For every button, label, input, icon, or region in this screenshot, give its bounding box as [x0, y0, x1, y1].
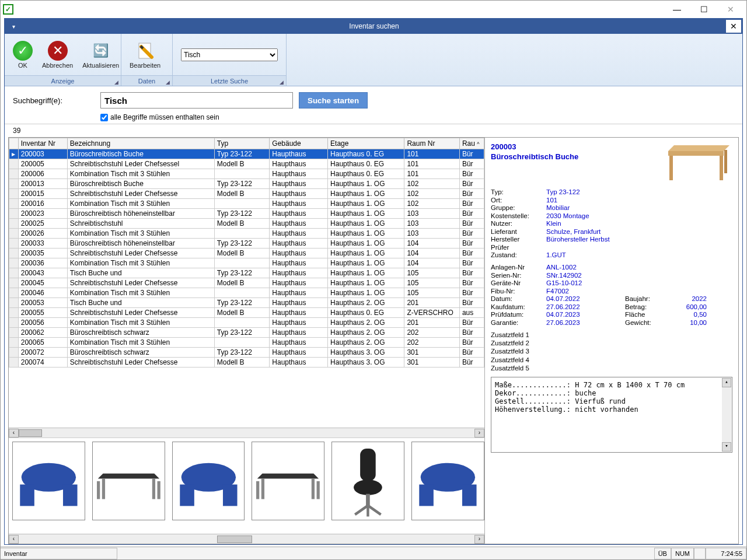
detail-memo[interactable]: Maße.............: H 72 cm x B 1400 x T …	[491, 377, 732, 453]
table-row[interactable]: ▸200003Büroschreibtisch BucheTyp 23-122H…	[9, 149, 484, 159]
col-header[interactable]: Rau ^	[459, 138, 484, 149]
thumbnail[interactable]	[411, 442, 484, 520]
grid-horizontal-scrollbar[interactable]: ‹ ›	[9, 428, 484, 438]
table-row[interactable]: 200005Schreibtischstuhl Leder Chefsessel…	[9, 159, 484, 169]
svg-marker-12	[257, 473, 319, 478]
svg-rect-6	[152, 478, 155, 499]
search-all-words-checkbox[interactable]: alle Begriffe müssen enthalten sein	[100, 113, 734, 121]
svg-rect-19	[366, 494, 370, 506]
table-row[interactable]: 200006Kombination Tisch mit 3 StühlenHau…	[9, 169, 484, 179]
refresh-button[interactable]: 🔄 Aktualisieren	[78, 38, 124, 71]
table-row[interactable]: 200062Büroschreibtisch schwarzTyp 23-122…	[9, 328, 484, 338]
col-header[interactable]: Typ	[214, 138, 270, 149]
svg-rect-13	[261, 478, 264, 499]
table-row[interactable]: 200074Schreibtischstuhl Leder ChefsesseM…	[9, 358, 484, 368]
thumbnail-strip	[9, 438, 484, 534]
close-button: ✕	[717, 1, 744, 18]
inner-close-button[interactable]: ✕	[726, 20, 741, 33]
svg-rect-2	[20, 485, 34, 506]
detail-pane: 200003 Büroschreibtisch Buche Typ:Typ 23…	[484, 138, 738, 544]
thumbnail[interactable]	[331, 442, 404, 520]
table-row[interactable]: 200025SchreibtischstuhlModell BHaupthaus…	[9, 219, 484, 229]
table-row[interactable]: 200016Kombination Tisch mit 3 StühlenHau…	[9, 199, 484, 209]
svg-rect-29	[720, 156, 723, 180]
svg-rect-24	[419, 485, 434, 506]
thumbs-scroll-right-icon[interactable]: ›	[474, 535, 484, 544]
cancel-button[interactable]: ✕ Abbrechen	[37, 38, 78, 71]
scroll-right-icon[interactable]: ›	[474, 429, 484, 438]
table-row[interactable]: 200053Tisch Buche undTyp 23-122Haupthaus…	[9, 298, 484, 308]
col-header[interactable]: Inventar Nr	[18, 138, 67, 149]
table-row[interactable]: 200035Schreibtischstuhl Leder ChefsesseM…	[9, 249, 484, 258]
results-table[interactable]: Inventar NrBezeichnungTypGebäudeEtageRau…	[9, 138, 484, 368]
ribbon: ✓ OK ✕ Abbrechen 🔄 Aktualisieren Anzeige…	[5, 34, 742, 86]
search-button[interactable]: Suche starten	[299, 92, 368, 108]
detail-id: 200003	[491, 142, 662, 151]
svg-rect-17	[360, 449, 376, 481]
svg-rect-25	[462, 485, 477, 506]
table-row[interactable]: 200046Kombination Tisch mit 3 StühlenHau…	[9, 288, 484, 298]
scroll-left-icon[interactable]: ‹	[9, 429, 19, 438]
thumbnail[interactable]	[12, 442, 85, 520]
table-row[interactable]: 200033Büroschreibtisch höheneinstellbarT…	[9, 239, 484, 249]
minimize-button[interactable]: —	[664, 1, 690, 18]
status-num: NUM	[671, 548, 694, 559]
status-empty	[694, 548, 706, 559]
inner-title: Inventar suchen	[22, 22, 726, 30]
detail-extra-fields: Zusatztfeld 1Zusatztfeld 2Zusatztfeld 3Z…	[491, 331, 732, 373]
maximize-button[interactable]: ☐	[690, 1, 717, 18]
table-row[interactable]: 200023Büroschreibtisch höheneinstellbarT…	[9, 209, 484, 219]
table-row[interactable]: 200043Tisch Buche undTyp 23-122Haupthaus…	[9, 268, 484, 278]
table-row[interactable]: 200015Schreibtischstuhl Leder ChefsesseM…	[9, 189, 484, 199]
table-row[interactable]: 200013Büroschreibtisch BucheTyp 23-122Ha…	[9, 179, 484, 189]
refresh-icon: 🔄	[91, 41, 111, 61]
thumbnail[interactable]	[92, 442, 165, 520]
thumbs-scroll-left-icon[interactable]: ‹	[9, 535, 19, 544]
svg-rect-28	[669, 156, 673, 180]
svg-rect-15	[257, 481, 260, 499]
thumbnail[interactable]	[252, 442, 324, 520]
col-header[interactable]: Gebäude	[270, 138, 328, 149]
svg-rect-7	[97, 481, 100, 499]
cancel-icon: ✕	[48, 41, 68, 61]
detail-fields: Typ:Typ 23-122Ort:101Gruppe:MobiliarKost…	[491, 188, 732, 326]
col-header[interactable]: Bezeichnung	[67, 138, 214, 149]
svg-rect-26	[668, 151, 724, 156]
memo-vertical-scrollbar[interactable]: ▴▾	[722, 378, 731, 452]
app-icon	[3, 4, 13, 15]
ribbon-group-data: Daten◢	[121, 75, 172, 86]
svg-line-21	[368, 506, 381, 515]
table-row[interactable]: 200055Schreibtischstuhl Leder ChefsesseM…	[9, 308, 484, 318]
svg-point-18	[354, 480, 382, 495]
edit-button[interactable]: Bearbeiten	[125, 38, 165, 71]
table-row[interactable]: 200065Kombination Tisch mit 3 StühlenHau…	[9, 338, 484, 348]
table-row[interactable]: 200045Schreibtischstuhl Leder ChefsesseM…	[9, 278, 484, 288]
detail-image	[662, 142, 732, 186]
table-row[interactable]: 200026Kombination Tisch mit 3 StühlenHau…	[9, 229, 484, 239]
ok-button[interactable]: ✓ OK	[8, 38, 37, 71]
edit-icon	[135, 41, 155, 61]
svg-rect-14	[312, 478, 315, 499]
search-all-words-input[interactable]	[100, 114, 108, 121]
svg-rect-10	[180, 485, 194, 506]
last-search-dropdown[interactable]: Tisch	[181, 48, 278, 61]
table-row[interactable]: 200056Kombination Tisch mit 3 StühlenHau…	[9, 318, 484, 328]
table-row[interactable]: 200036Kombination Tisch mit 3 StühlenHau…	[9, 258, 484, 268]
svg-rect-30	[724, 150, 727, 173]
thumbs-horizontal-scrollbar[interactable]: ‹ ›	[9, 534, 484, 544]
thumbnail[interactable]	[172, 442, 245, 520]
svg-marker-4	[98, 473, 159, 478]
col-header[interactable]: Etage	[328, 138, 404, 149]
inner-menu-icon[interactable]: ▾	[5, 23, 22, 30]
table-row[interactable]: 200072Büroschreibtisch schwarzTyp 23-122…	[9, 348, 484, 358]
svg-rect-11	[223, 485, 238, 506]
result-count: 39	[5, 124, 742, 137]
titlebar: — ☐ ✕	[1, 1, 746, 18]
svg-rect-5	[102, 478, 105, 499]
inner-window: ▾ Inventar suchen ✕ ✓ OK ✕ Abbrechen 🔄	[4, 18, 743, 545]
svg-marker-27	[668, 145, 729, 151]
grid-area: Inventar NrBezeichnungTypGebäudeEtageRau…	[9, 138, 484, 544]
search-input[interactable]	[100, 92, 293, 108]
col-header[interactable]: Raum Nr	[404, 138, 460, 149]
app-window: — ☐ ✕ ▾ Inventar suchen ✕ ✓ OK ✕ Abbrech…	[0, 0, 747, 560]
